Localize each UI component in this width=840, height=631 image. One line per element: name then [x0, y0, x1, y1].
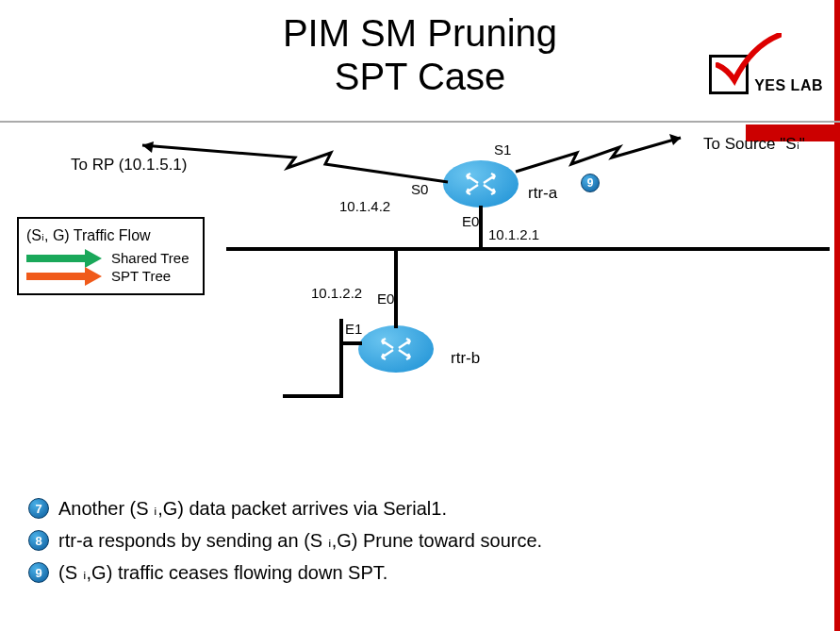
logo-checkbox	[709, 55, 749, 94]
step-badge-9: 9	[581, 174, 600, 192]
router-body	[443, 160, 519, 208]
yes-lab-logo: YES LAB	[709, 55, 823, 94]
note-8: 8 rtr-a responds by sending an (S ᵢ,G) P…	[28, 529, 821, 552]
ip-e0a-label: 10.1.2.1	[488, 226, 539, 242]
legend-arrow-shaft	[26, 255, 87, 262]
e1-vertical	[339, 319, 343, 396]
ip-s0-label: 10.1.4.2	[339, 198, 390, 214]
badge-9-num: 9	[587, 176, 594, 190]
checkmark-icon	[716, 33, 782, 90]
router-b-icon	[358, 325, 434, 373]
s0-label: S0	[411, 181, 428, 197]
to-rp-label: To RP (10.1.5.1)	[71, 156, 187, 174]
network-diagram: (Sᵢ, G) Traffic Flow Shared Tree SPT Tre…	[0, 141, 840, 434]
link-to-source	[511, 132, 695, 179]
note-9-text: (S ᵢ,G) traffic ceases flowing down SPT.	[58, 561, 387, 584]
rtr-b-label: rtr-b	[451, 349, 480, 368]
title-line1: PIM SM Pruning	[283, 12, 557, 54]
rtr-a-label: rtr-a	[528, 184, 557, 203]
e1-horizontal	[283, 394, 343, 398]
slide-notes: 7 Another (S ᵢ,G) data packet arrives vi…	[28, 488, 821, 593]
legend-spt-row: SPT Tree	[26, 268, 189, 284]
arrow-head-icon	[85, 249, 102, 268]
note-9: 9 (S ᵢ,G) traffic ceases flowing down SP…	[28, 561, 821, 584]
arrow-head-icon	[85, 267, 102, 286]
note-badge-9: 9	[28, 562, 49, 583]
e0-b-label: E0	[377, 291, 394, 307]
router-arrows-icon	[372, 335, 420, 363]
note-7-text: Another (S ᵢ,G) data packet arrives via …	[58, 497, 447, 520]
router-a-icon	[443, 160, 519, 208]
rtr-a-stub	[479, 206, 483, 249]
rtr-b-stub	[394, 249, 398, 328]
e1-label: E1	[345, 321, 362, 337]
legend-shared-arrow	[26, 252, 102, 265]
ip-e0b-label: 10.1.2.2	[311, 285, 362, 301]
note-badge-7: 7	[28, 498, 49, 519]
router-arrows-icon	[457, 170, 504, 198]
to-source-label: To Source "Sᵢ"	[703, 134, 805, 154]
e1-connector	[341, 341, 362, 345]
legend-shared-label: Shared Tree	[111, 250, 189, 266]
e0-a-label: E0	[462, 213, 479, 229]
note-7: 7 Another (S ᵢ,G) data packet arrives vi…	[28, 497, 821, 520]
note-badge-8: 8	[28, 530, 49, 551]
slide-divider	[0, 121, 840, 123]
s1-label: S1	[494, 141, 511, 158]
network-bus-line	[226, 247, 830, 251]
title-line2: SPT Case	[335, 56, 506, 97]
legend-spt-arrow	[26, 270, 102, 283]
legend: (Sᵢ, G) Traffic Flow Shared Tree SPT Tre…	[17, 217, 205, 295]
legend-arrow-shaft	[26, 273, 87, 280]
router-body	[358, 325, 434, 373]
legend-spt-label: SPT Tree	[111, 268, 171, 284]
note-8-text: rtr-a responds by sending an (S ᵢ,G) Pru…	[58, 529, 542, 552]
legend-shared-row: Shared Tree	[26, 250, 189, 266]
legend-title: (Sᵢ, G) Traffic Flow	[26, 226, 189, 244]
